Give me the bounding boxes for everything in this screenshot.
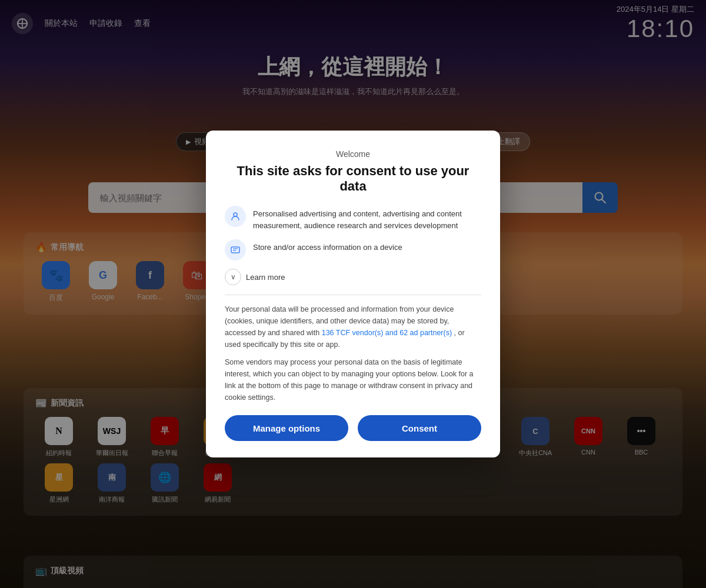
modal-welcome-text: Welcome xyxy=(225,149,481,159)
vendor-link[interactable]: 136 TCF vendor(s) and 62 ad partner(s) xyxy=(322,329,452,337)
modal-body2: Some vendors may process your personal d… xyxy=(225,356,481,403)
feature1-icon xyxy=(225,206,246,227)
svg-rect-6 xyxy=(231,247,239,253)
svg-point-5 xyxy=(234,213,237,216)
modal-actions: Manage options Consent xyxy=(225,415,481,441)
feature1-text: Personalised advertising and content, ad… xyxy=(253,206,481,231)
feature2-icon xyxy=(225,239,246,260)
modal-divider xyxy=(225,295,481,295)
manage-options-button[interactable]: Manage options xyxy=(225,415,348,441)
consent-button[interactable]: Consent xyxy=(358,415,481,441)
learn-more-label: Learn more xyxy=(246,273,285,282)
modal-title: This site asks for consent to use your d… xyxy=(225,163,481,194)
feature2-text: Store and/or access information on a dev… xyxy=(253,239,402,253)
chevron-down-icon: ∨ xyxy=(225,269,241,285)
learn-more-button[interactable]: ∨ Learn more xyxy=(225,269,481,285)
modal-feature-2: Store and/or access information on a dev… xyxy=(225,239,481,260)
modal-feature-1: Personalised advertising and content, ad… xyxy=(225,206,481,231)
consent-modal: Welcome This site asks for consent to us… xyxy=(206,131,500,457)
modal-body1: Your personal data will be processed and… xyxy=(225,303,481,350)
